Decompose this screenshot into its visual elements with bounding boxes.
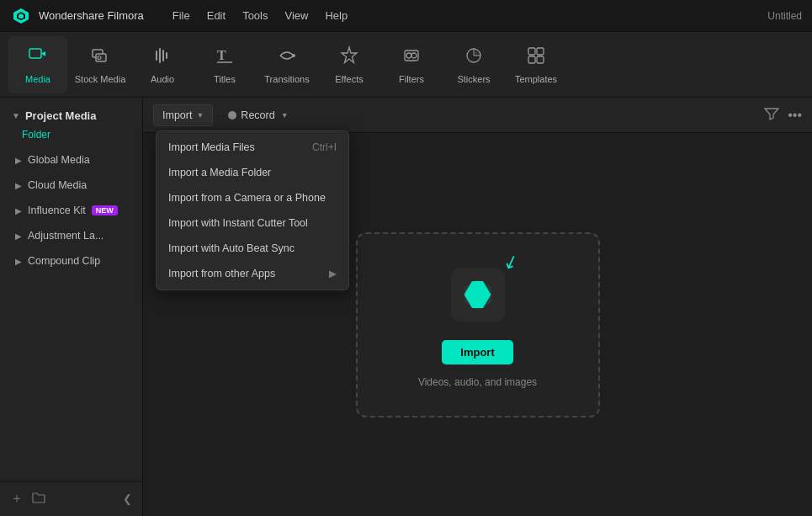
toolbar-audio[interactable]: Audio <box>133 36 192 93</box>
toolbar-transitions-label: Transitions <box>264 74 309 84</box>
menu-help[interactable]: Help <box>316 6 356 25</box>
dd-import-other-apps[interactable]: Import from other Apps ▶ <box>157 261 348 286</box>
cloud-media-label: Cloud Media <box>28 179 87 191</box>
titles-icon: T <box>215 45 235 71</box>
dd-import-instant-cutter[interactable]: Import with Instant Cutter Tool <box>157 210 348 236</box>
project-media-label: Project Media <box>25 109 97 122</box>
record-label: Record <box>241 109 274 121</box>
toolbar-audio-label: Audio <box>151 74 174 84</box>
toolbar-templates[interactable]: Templates <box>507 36 565 93</box>
compound-clip-label: Compound Clip <box>28 255 100 267</box>
import-button[interactable]: Import ▼ <box>153 104 213 126</box>
dd-import-from-camera[interactable]: Import from a Camera or a Phone <box>157 185 348 210</box>
svg-rect-19 <box>537 56 544 63</box>
sidebar-project-media[interactable]: ▼ Project Media <box>0 104 142 127</box>
import-drop-box: ↙ Import Videos, audio, and images <box>356 232 600 418</box>
transitions-icon <box>277 45 297 71</box>
toolbar-media-label: Media <box>25 74 50 84</box>
global-media-arrow: ▶ <box>15 156 22 165</box>
influence-kit-label: Influence Kit <box>28 205 86 216</box>
sidebar-collapse-icon[interactable]: ❮ <box>123 492 132 505</box>
adjustment-la-arrow: ▶ <box>15 231 22 241</box>
svg-rect-17 <box>537 48 544 55</box>
dd-import-auto-beat-label: Import with Auto Beat Sync <box>168 242 295 254</box>
cloud-media-arrow: ▶ <box>15 181 22 190</box>
global-media-label: Global Media <box>28 154 90 166</box>
filter-icon[interactable] <box>764 107 779 124</box>
dd-import-instant-cutter-label: Import with Instant Cutter Tool <box>168 217 308 229</box>
filmora-logo <box>451 268 505 322</box>
import-label: Import <box>162 109 192 121</box>
toolbar-stickers-label: Stickers <box>457 74 490 84</box>
toolbar-effects[interactable]: Effects <box>320 36 379 93</box>
toolbar-titles-label: Titles <box>214 74 236 84</box>
svg-rect-18 <box>528 56 535 63</box>
toolbar-media[interactable]: Media <box>8 36 67 93</box>
svg-point-13 <box>406 53 411 58</box>
dd-import-media-folder-label: Import a Media Folder <box>168 167 271 178</box>
media-icon <box>28 45 48 71</box>
folder-label[interactable]: Folder <box>22 129 134 141</box>
window-title: Untitled <box>767 10 802 22</box>
dd-import-media-folder[interactable]: Import a Media Folder <box>157 160 348 185</box>
sidebar-item-compound-clip[interactable]: ▶ Compound Clip <box>3 249 139 273</box>
record-arrow-icon: ▼ <box>281 111 289 120</box>
stock-media-icon <box>90 45 110 71</box>
svg-rect-4 <box>29 49 41 58</box>
app-name: Wondershare Filmora <box>39 9 144 22</box>
toolbar-titles[interactable]: T Titles <box>195 36 254 93</box>
dd-import-other-apps-label: Import from other Apps <box>168 268 275 279</box>
templates-icon <box>526 45 546 71</box>
toolbar-filters[interactable]: Filters <box>382 36 441 93</box>
toolbar-effects-label: Effects <box>335 74 363 84</box>
import-icon-wrap: ↙ <box>444 261 512 328</box>
toolbar-templates-label: Templates <box>515 74 557 84</box>
toolbar-stickers[interactable]: Stickers <box>444 36 503 93</box>
dd-import-other-apps-sub-arrow: ▶ <box>329 268 337 279</box>
project-media-arrow: ▼ <box>12 111 20 120</box>
effects-icon <box>339 45 359 71</box>
toolbar: Media Stock Media Audio T <box>0 32 812 98</box>
sidebar-item-cloud-media[interactable]: ▶ Cloud Media <box>3 173 139 197</box>
menu-file[interactable]: File <box>164 6 199 25</box>
stickers-icon <box>464 45 484 71</box>
menu-view[interactable]: View <box>276 6 316 25</box>
new-folder-icon[interactable] <box>32 492 45 507</box>
sidebar-item-global-media[interactable]: ▶ Global Media <box>3 148 139 172</box>
sidebar-item-influence-kit[interactable]: ▶ Influence Kit NEW <box>3 199 139 222</box>
main-area: ▼ Project Media Folder ▶ Global Media ▶ … <box>0 98 812 516</box>
app-logo <box>10 5 32 27</box>
menu-tools[interactable]: Tools <box>234 6 276 25</box>
svg-text:T: T <box>217 48 226 62</box>
svg-rect-16 <box>528 48 535 55</box>
svg-marker-20 <box>464 279 491 310</box>
add-item-icon[interactable]: ＋ <box>10 490 24 508</box>
record-button[interactable]: Record ▼ <box>220 105 296 125</box>
sidebar: ▼ Project Media Folder ▶ Global Media ▶ … <box>0 98 143 516</box>
dd-import-media-files-label: Import Media Files <box>168 141 255 153</box>
audio-icon <box>152 45 172 71</box>
sidebar-bottom: ＋ ❮ <box>0 481 142 516</box>
svg-marker-21 <box>469 285 487 306</box>
svg-point-11 <box>292 54 295 57</box>
toolbar-stock-label: Stock Media <box>75 74 126 84</box>
dd-import-from-camera-label: Import from a Camera or a Phone <box>168 192 326 204</box>
menu-edit[interactable]: Edit <box>199 6 234 25</box>
influence-kit-badge: NEW <box>92 205 118 215</box>
more-options-icon[interactable]: ••• <box>788 108 802 123</box>
dd-import-media-files-shortcut: Ctrl+I <box>312 141 337 153</box>
toolbar-transitions[interactable]: Transitions <box>257 36 316 93</box>
filters-icon <box>401 45 422 71</box>
adjustment-la-label: Adjustment La... <box>28 230 103 242</box>
dropzone-import-button[interactable]: Import <box>442 340 512 364</box>
toolbar-stock-media[interactable]: Stock Media <box>71 36 130 93</box>
svg-marker-23 <box>475 291 481 299</box>
title-bar: Wondershare Filmora File Edit Tools View… <box>0 0 812 32</box>
sidebar-item-adjustment-la[interactable]: ▶ Adjustment La... <box>3 224 139 247</box>
toolbar-filters-label: Filters <box>399 74 424 84</box>
dd-import-auto-beat[interactable]: Import with Auto Beat Sync <box>157 236 348 261</box>
dd-import-media-files[interactable]: Import Media Files Ctrl+I <box>157 135 348 160</box>
import-arrow-icon: ▼ <box>196 111 204 120</box>
content-toolbar-right: ••• <box>764 107 802 124</box>
svg-point-14 <box>411 53 417 58</box>
